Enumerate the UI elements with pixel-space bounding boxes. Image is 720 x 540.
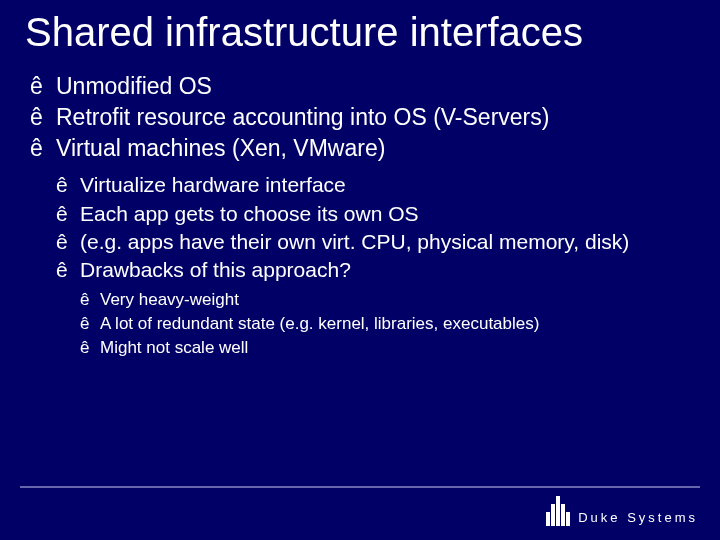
- list-item: Virtual machines (Xen, VMware): [30, 134, 700, 163]
- list-item: Drawbacks of this approach?: [56, 257, 700, 283]
- bullet-list-level3: Very heavy-weight A lot of redundant sta…: [80, 289, 700, 359]
- slide-title: Shared infrastructure interfaces: [25, 10, 700, 54]
- list-item: Retrofit resource accounting into OS (V-…: [30, 103, 700, 132]
- footer-logo: Duke Systems: [546, 496, 698, 526]
- footer-divider: [20, 486, 700, 488]
- footer-brand-text: Duke Systems: [578, 510, 698, 526]
- list-item: Each app gets to choose its own OS: [56, 201, 700, 227]
- list-item: A lot of redundant state (e.g. kernel, l…: [80, 313, 700, 335]
- duke-chapel-icon: [546, 496, 570, 526]
- list-item: Might not scale well: [80, 337, 700, 359]
- list-item: Virtualize hardware interface: [56, 172, 700, 198]
- list-item: (e.g. apps have their own virt. CPU, phy…: [56, 229, 700, 255]
- list-item: Unmodified OS: [30, 72, 700, 101]
- list-item: Very heavy-weight: [80, 289, 700, 311]
- bullet-list-level1: Unmodified OS Retrofit resource accounti…: [30, 72, 700, 162]
- slide: Shared infrastructure interfaces Unmodif…: [0, 0, 720, 540]
- bullet-list-level2: Virtualize hardware interface Each app g…: [56, 172, 700, 283]
